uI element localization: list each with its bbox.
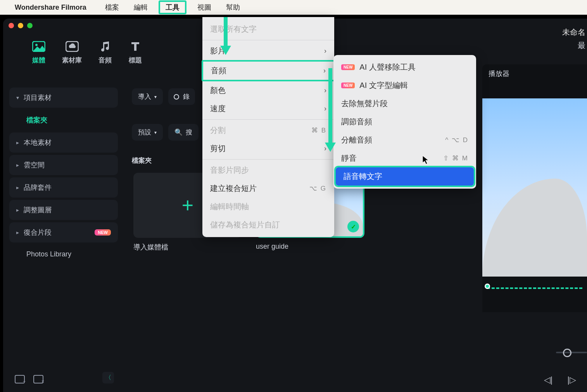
sidebar-item-folder[interactable]: 檔案夾 bbox=[9, 110, 118, 130]
sm-speech-to-text[interactable]: 語音轉文字 bbox=[336, 167, 474, 186]
chevron-down-icon: ▾ bbox=[16, 95, 19, 101]
new-badge: NEW bbox=[341, 83, 355, 88]
new-badge: NEW bbox=[95, 229, 111, 236]
dd-edit-timeline: 編輯時間軸 bbox=[202, 198, 334, 216]
preview-controls: ◁| |▷ bbox=[544, 375, 576, 385]
import-button[interactable]: 導入▾ bbox=[132, 88, 163, 105]
sidebar-item-compound[interactable]: ▸復合片段NEW bbox=[9, 222, 118, 242]
chevron-right-icon: ▸ bbox=[16, 207, 19, 213]
dd-color[interactable]: 顏色› bbox=[202, 81, 334, 100]
plus-icon: + bbox=[182, 194, 193, 217]
new-folder-icon[interactable]: + bbox=[15, 375, 25, 383]
image-icon bbox=[32, 40, 46, 53]
bottom-corner-buttons: + × bbox=[15, 375, 43, 383]
sort-dropdown[interactable]: 預設▾ bbox=[132, 124, 163, 141]
chevron-right-icon: ▸ bbox=[16, 139, 19, 146]
music-icon bbox=[98, 40, 112, 53]
menu-view[interactable]: 視圖 bbox=[193, 1, 215, 14]
menu-help[interactable]: 幫助 bbox=[222, 1, 244, 14]
sidebar: ▾項目素材 檔案夾 ▸本地素材 ▸雲空間 ▸品牌套件 ▸調整圖層 ▸復合片段NE… bbox=[9, 88, 118, 264]
annotation-arrow-down bbox=[218, 17, 233, 56]
zoom-slider-track[interactable] bbox=[556, 352, 587, 353]
preview-panel: 播放器 bbox=[482, 64, 587, 312]
sm-adjust-audio[interactable]: 調節音頻 bbox=[333, 113, 476, 131]
search-input[interactable]: 🔍搜 bbox=[168, 124, 199, 141]
menu-tools[interactable]: 工具 bbox=[159, 0, 186, 14]
mac-menubar: Wondershare Filmora 檔案 編輯 工具 視圖 幫助 bbox=[0, 0, 587, 15]
sidebar-item-project-media[interactable]: ▾項目素材 bbox=[9, 88, 118, 108]
svg-marker-1 bbox=[220, 46, 231, 55]
next-frame-button[interactable]: |▷ bbox=[567, 375, 576, 385]
preview-scrubber[interactable] bbox=[487, 287, 582, 290]
audio-submenu: NEWAI 人聲移除工具 NEWAI 文字型編輯 去除無聲片段 調節音頻 分離音… bbox=[333, 55, 476, 189]
chevron-right-icon: ▸ bbox=[16, 229, 19, 236]
menu-separator bbox=[202, 119, 334, 120]
tab-audio[interactable]: 音頻 bbox=[98, 40, 112, 65]
sm-mute[interactable]: 靜音⇧ ⌘ M bbox=[333, 149, 476, 167]
tab-label: 音頻 bbox=[98, 56, 112, 65]
sidebar-item-local[interactable]: ▸本地素材 bbox=[9, 132, 118, 153]
minimize-window-icon[interactable] bbox=[18, 23, 23, 28]
tab-label: 標題 bbox=[129, 56, 142, 65]
tab-titles[interactable]: 標題 bbox=[128, 40, 142, 65]
menu-file[interactable]: 檔案 bbox=[101, 1, 123, 14]
zoom-slider-knob[interactable] bbox=[563, 349, 571, 357]
preview-viewport[interactable] bbox=[482, 98, 587, 277]
sm-remove-silence[interactable]: 去除無聲片段 bbox=[333, 95, 476, 113]
tab-stock[interactable]: 素材庫 bbox=[62, 40, 82, 65]
dd-split: 分割⌘ B bbox=[202, 121, 334, 139]
sm-detach-audio[interactable]: 分離音頻^ ⌥ D bbox=[333, 131, 476, 149]
sidebar-item-brand[interactable]: ▸品牌套件 bbox=[9, 177, 118, 198]
document-title: 未命名 bbox=[562, 27, 585, 38]
menu-edit[interactable]: 編輯 bbox=[130, 1, 152, 14]
check-icon: ✓ bbox=[347, 221, 359, 232]
dd-audio[interactable]: 音頻› bbox=[202, 60, 335, 81]
preview-tab[interactable]: 播放器 bbox=[482, 64, 587, 83]
dd-trim[interactable]: 剪切› bbox=[202, 139, 334, 158]
chevron-down-icon: ▾ bbox=[154, 130, 157, 135]
sort-controls: 預設▾ 🔍搜 bbox=[132, 124, 199, 141]
chevron-right-icon: ▸ bbox=[16, 162, 19, 168]
maximize-window-icon[interactable] bbox=[27, 23, 33, 28]
search-icon: 🔍 bbox=[174, 128, 183, 136]
record-button[interactable]: 錄 bbox=[168, 88, 195, 105]
cloud-icon bbox=[65, 40, 79, 53]
svg-point-3 bbox=[35, 44, 38, 46]
tile-label: user guide bbox=[256, 242, 364, 251]
chevron-right-icon: › bbox=[324, 47, 326, 55]
tab-label: 媒體 bbox=[32, 56, 45, 65]
sm-ai-text-editor[interactable]: NEWAI 文字型編輯 bbox=[333, 76, 476, 95]
sm-ai-vocal-remover[interactable]: NEWAI 人聲移除工具 bbox=[333, 58, 476, 76]
dd-create-compound[interactable]: 建立複合短片⌥ G bbox=[202, 179, 334, 198]
menu-separator bbox=[202, 159, 334, 160]
close-window-icon[interactable] bbox=[9, 23, 14, 28]
record-icon bbox=[174, 94, 179, 100]
tile-label: 導入媒體檔 bbox=[133, 242, 242, 252]
svg-marker-6 bbox=[325, 143, 336, 152]
import-controls: 導入▾ 錄 bbox=[132, 88, 195, 105]
section-header: 檔案夾 bbox=[132, 156, 152, 165]
dd-speed[interactable]: 速度› bbox=[202, 100, 334, 118]
dd-save-compound: 儲存為複合短片自訂 bbox=[202, 216, 334, 234]
scrubber-head[interactable] bbox=[485, 284, 490, 289]
new-badge: NEW bbox=[341, 64, 355, 70]
tab-label: 素材庫 bbox=[62, 56, 82, 65]
preview-extra-label[interactable]: 最 bbox=[578, 40, 585, 51]
delete-folder-icon[interactable]: × bbox=[33, 375, 43, 383]
dd-av-sync: 音影片同步 bbox=[202, 161, 334, 179]
chevron-right-icon: ▸ bbox=[16, 184, 19, 191]
sidebar-item-cloud[interactable]: ▸雲空間 bbox=[9, 155, 118, 175]
chevron-down-icon: ▾ bbox=[154, 94, 157, 100]
sidebar-item-adjust[interactable]: ▸調整圖層 bbox=[9, 200, 118, 220]
collapse-sidebar-button[interactable]: 〈 bbox=[102, 372, 114, 383]
prev-frame-button[interactable]: ◁| bbox=[544, 375, 553, 385]
tab-media[interactable]: 媒體 bbox=[32, 40, 46, 65]
text-icon bbox=[128, 40, 142, 53]
sidebar-item-photos-library[interactable]: Photos Library bbox=[9, 245, 118, 264]
annotation-arrow-right bbox=[323, 68, 338, 153]
app-name: Wondershare Filmora bbox=[15, 3, 86, 12]
